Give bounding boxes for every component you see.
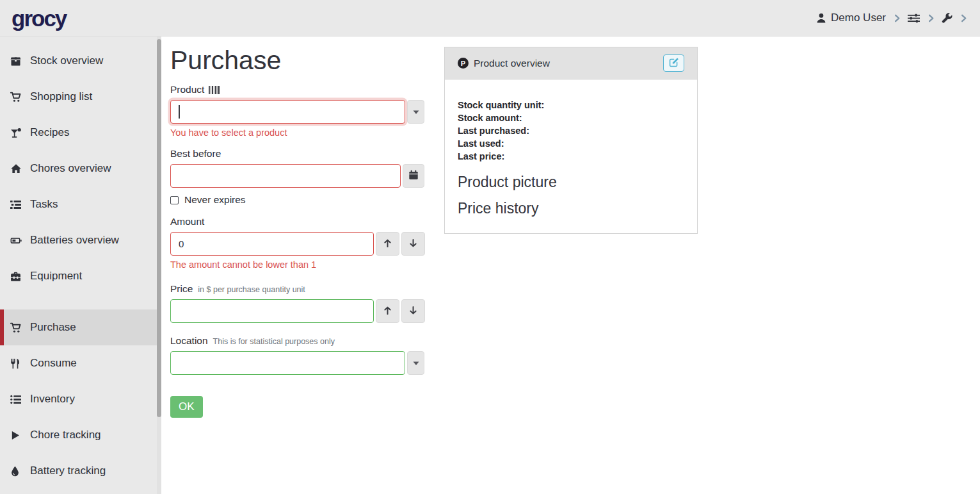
sidebar-item-label: Inventory	[30, 393, 75, 406]
product-error: You have to select a product	[170, 128, 424, 138]
wrench-icon	[942, 13, 952, 24]
arrow-down-icon	[408, 306, 418, 317]
best-before-group: Best before Never expires	[170, 148, 424, 206]
sidebar-item-tasks[interactable]: Tasks	[0, 186, 161, 222]
sidebar-item-battery-tracking[interactable]: Battery tracking	[0, 453, 161, 489]
product-input[interactable]	[170, 100, 405, 124]
location-hint: This is for statistical purposes only	[213, 337, 335, 346]
sidebar: Stock overview Shopping list Recipes Cho…	[0, 37, 161, 494]
product-dropdown-button[interactable]	[407, 100, 424, 124]
price-increment-button[interactable]	[376, 299, 399, 323]
arrow-up-icon	[383, 306, 392, 317]
sidebar-item-stock-overview[interactable]: Stock overview	[0, 43, 161, 79]
top-navbar: grocy Demo User	[0, 0, 980, 37]
arrow-down-icon	[408, 238, 418, 250]
sidebar-item-label: Equipment	[30, 270, 82, 283]
droplet-icon	[10, 466, 26, 477]
sidebar-item-label: Battery tracking	[30, 465, 106, 477]
chevron-right-icon[interactable]	[892, 13, 902, 23]
settings-menu[interactable]	[908, 13, 920, 24]
product-overview-title: Product overview	[474, 58, 550, 69]
sidebar-item-inventory[interactable]: Inventory	[0, 381, 161, 417]
caret-down-icon	[413, 107, 419, 117]
product-overview-card: P Product overview Stock quantity unit: …	[444, 47, 698, 234]
arrow-up-icon	[383, 238, 392, 250]
never-expires-row[interactable]: Never expires	[170, 194, 424, 206]
product-overview-body: Stock quantity unit: Stock amount: Last …	[445, 79, 697, 233]
sidebar-item-consume[interactable]: Consume	[0, 345, 161, 381]
price-decrement-button[interactable]	[401, 299, 425, 323]
shopping-cart-icon	[10, 92, 26, 103]
navbar-right: Demo User	[816, 12, 968, 24]
admin-menu[interactable]	[942, 13, 952, 24]
ok-button[interactable]: OK	[170, 396, 203, 418]
edit-product-button[interactable]	[663, 54, 684, 72]
barcode-icon[interactable]	[209, 86, 221, 94]
never-expires-checkbox[interactable]	[170, 196, 179, 204]
amount-input[interactable]	[170, 232, 374, 256]
sidebar-item-chores-overview[interactable]: Chores overview	[0, 151, 161, 186]
sidebar-item-label: Chore tracking	[30, 429, 101, 441]
sidebar-item-batteries-overview[interactable]: Batteries overview	[0, 222, 161, 258]
chevron-right-icon[interactable]	[959, 13, 968, 23]
sidebar-item-label: Tasks	[30, 198, 58, 211]
product-group: Product You have to select a product	[170, 84, 424, 138]
list-icon	[10, 394, 26, 405]
calendar-icon	[408, 170, 419, 182]
sliders-icon	[908, 13, 920, 24]
last-used-label: Last used:	[458, 137, 684, 150]
caret-down-icon	[413, 358, 419, 368]
sidebar-item-label: Consume	[30, 357, 77, 370]
user-menu[interactable]: Demo User	[816, 12, 886, 24]
user-name: Demo User	[831, 12, 886, 24]
location-group: Location This is for statistical purpose…	[170, 335, 424, 375]
sidebar-item-label: Stock overview	[30, 54, 103, 67]
sidebar-item-label: Batteries overview	[30, 234, 119, 247]
sidebar-item-equipment[interactable]: Equipment	[0, 258, 161, 294]
edit-icon	[669, 57, 679, 69]
chevron-right-icon[interactable]	[926, 13, 936, 23]
play-icon	[10, 430, 26, 441]
shopping-cart-icon	[10, 322, 26, 333]
amount-label: Amount	[170, 216, 204, 227]
text-caret	[179, 105, 180, 119]
toolbox-icon	[10, 271, 26, 282]
sidebar-item-label: Recipes	[30, 126, 69, 139]
amount-error: The amount cannot be lower than 1	[170, 259, 424, 270]
sidebar-item-label: Shopping list	[30, 90, 92, 103]
price-label: Price	[170, 283, 193, 295]
purchase-form: Purchase Product You have to select a pr…	[170, 45, 424, 418]
location-dropdown-button[interactable]	[407, 351, 424, 375]
user-icon	[816, 13, 826, 23]
tasks-icon	[10, 199, 26, 210]
box-icon	[10, 56, 26, 67]
sidebar-item-chore-tracking[interactable]: Chore tracking	[0, 417, 161, 453]
never-expires-label: Never expires	[184, 194, 246, 206]
grocy-logo[interactable]: grocy	[12, 7, 66, 29]
calendar-button[interactable]	[403, 164, 424, 188]
product-overview-header: P Product overview	[445, 47, 697, 79]
location-label: Location	[170, 335, 208, 347]
product-label: Product	[170, 84, 204, 95]
amount-increment-button[interactable]	[376, 232, 399, 256]
sidebar-group-separator	[0, 294, 161, 309]
price-hint: in $ per purchase quantity unit	[198, 285, 305, 294]
last-price-label: Last price:	[458, 150, 684, 163]
sidebar-item-label: Chores overview	[30, 162, 111, 175]
sidebar-item-shopping-list[interactable]: Shopping list	[0, 79, 161, 115]
main-content: Purchase Product You have to select a pr…	[161, 37, 980, 494]
best-before-input[interactable]	[170, 164, 401, 188]
sidebar-item-label: Purchase	[30, 321, 76, 334]
sidebar-item-recipes[interactable]: Recipes	[0, 115, 161, 151]
cocktail-icon	[10, 128, 26, 138]
sidebar-scrollbar-thumb[interactable]	[157, 39, 161, 417]
amount-group: Amount The amount cannot be lower than 1	[170, 216, 424, 270]
home-icon	[10, 163, 26, 174]
location-input[interactable]	[170, 351, 405, 375]
amount-decrement-button[interactable]	[401, 232, 425, 256]
price-input[interactable]	[170, 299, 374, 323]
stock-quantity-unit-label: Stock quantity unit:	[458, 99, 684, 111]
page-title: Purchase	[170, 45, 424, 76]
best-before-label: Best before	[170, 148, 221, 160]
sidebar-item-purchase[interactable]: Purchase	[0, 309, 161, 345]
